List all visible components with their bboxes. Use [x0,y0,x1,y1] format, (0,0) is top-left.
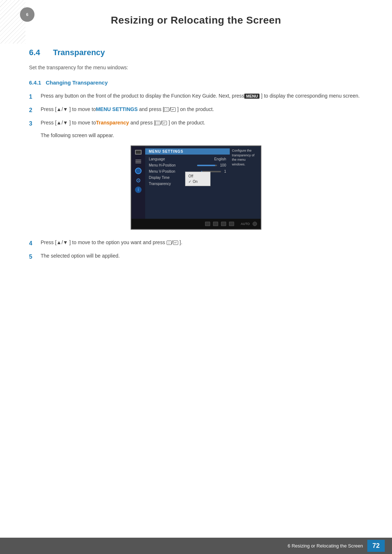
bottom-btn-down: ▼ [213,222,218,226]
bottom-btn-up: ▲ [221,222,226,226]
step-3-key2: ↵ [162,121,167,125]
step-2-number: 2 [29,106,36,115]
lines-icon [135,159,141,164]
subsection-title: Changing Transparency [46,79,108,86]
step-3-text: Press [▲/▼ ] to move toTransparency and … [41,119,363,127]
section-heading: 6.4 Transparency [29,48,363,57]
monitor-menu: ⚙ i MENU SETTINGS Language English [131,146,261,219]
decorative-stripe [0,0,25,44]
step-2-highlight: MENU SETTINGS [96,106,138,112]
step-3-key1: □ [155,121,160,125]
step-5-text: The selected option will be applied. [41,252,363,260]
screen-container: ⚙ i MENU SETTINGS Language English [29,145,363,230]
line-3 [135,163,141,163]
subsection-heading: 6.4.1 Changing Transparency [29,79,363,86]
monitor-icon-arrow [134,168,142,174]
menu-language-value: English [214,157,226,161]
transparency-dropdown: Off ✓ On [185,172,211,186]
menu-item-language: Language English [145,156,230,162]
monitor-icon-gear: ⚙ [134,177,142,183]
step-5-number: 5 [29,253,36,261]
menu-key: MENU [244,94,260,99]
check-icon: ✓ [188,180,191,184]
menu-hpos-label: Menu H-Position [149,163,176,167]
page-footer: 6 Resizing or Relocating the Screen 72 [0,538,392,554]
step-5: 5 The selected option will be applied. [29,252,363,261]
bottom-btn-enter: ↵ [229,222,234,226]
section-number: 6.4 [29,48,47,57]
chapter-marker: 6 [20,7,34,22]
menu-hpos-value: 100 [197,163,226,167]
step-1: 1 Press any button on the front of the p… [29,92,363,101]
step-4-key2: ↵ [173,241,178,245]
monitor-screen: ⚙ i MENU SETTINGS Language English [131,145,261,230]
line-2 [135,161,141,162]
arrow-icon [135,168,142,174]
step-2-key1: □ [164,107,169,112]
step-4: 4 Press [▲/▼ ] to move to the option you… [29,239,363,248]
step-2-text: Press [▲/▼ ] to move toMENU SETTINGS and… [41,106,363,113]
step-3-highlight: Transparency [96,120,129,126]
section-description: Set the transparency for the menu window… [29,65,363,70]
step-3-note: The following screen will appear. [41,132,363,138]
step-1-text: Press any button on the front of the pro… [41,92,363,100]
main-content: 6.4 Transparency Set the transparency fo… [0,48,392,261]
display-icon [135,150,142,155]
monitor-icon-display [134,149,142,155]
page-header: Resizing or Relocating the Screen [0,0,392,37]
page-title: Resizing or Relocating the Screen [29,15,363,26]
monitor-sidebar: ⚙ i [131,146,145,219]
step-4-number: 4 [29,239,36,248]
menu-header: MENU SETTINGS [145,148,230,155]
monitor-icon-info: i [134,187,142,193]
step-2-key2: ↵ [171,107,176,112]
chapter-number: 6 [26,12,28,17]
step-4-text: Press [▲/▼ ] to move to the option you w… [41,239,363,246]
step-3: 3 Press [▲/▼ ] to move toTransparency an… [29,119,363,128]
bottom-btn-left: ◄ [205,222,210,226]
steps-list: 1 Press any button on the front of the p… [29,92,363,261]
step-1-number: 1 [29,93,36,101]
monitor-menu-panel: MENU SETTINGS Language English Menu H-Po… [145,146,230,219]
gear-icon: ⚙ [135,177,142,184]
menu-language-label: Language [149,157,165,161]
footer-text: 6 Resizing or Relocating the Screen [288,543,363,549]
bottom-power-btn [253,222,257,226]
menu-vpos-label: Menu V-Position [149,169,175,173]
bottom-auto-text: AUTO [241,222,250,226]
dropdown-on: ✓ On [185,179,210,184]
line-1 [135,160,141,160]
hpos-slider-fill [197,165,215,166]
subsection-number: 6.4.1 [29,79,41,86]
step-2: 2 Press [▲/▼ ] to move toMENU SETTINGS a… [29,106,363,115]
footer-page-number: 72 [367,540,385,552]
monitor-icon-lines [134,159,142,164]
info-icon: i [135,186,142,193]
dropdown-on-label: On [193,180,197,184]
menu-item-hpos: Menu H-Position 100 [145,162,230,168]
menu-displaytime-label: Display Time [149,176,170,180]
monitor-bottom-bar: ◄ ▼ ▲ ↵ AUTO [131,219,261,229]
step-4-key1: □ [167,241,172,245]
menu-transparency-label: Transparency [149,182,171,186]
step-3-number: 3 [29,119,36,128]
section-title: Transparency [53,48,105,57]
hpos-slider [197,165,217,166]
dropdown-off: Off [185,173,210,179]
dropdown-off-label: Off [188,174,193,178]
tooltip-text: Configure the transparency of the menu w… [232,149,254,166]
monitor-tooltip: Configure the transparency of the menu w… [230,146,261,219]
